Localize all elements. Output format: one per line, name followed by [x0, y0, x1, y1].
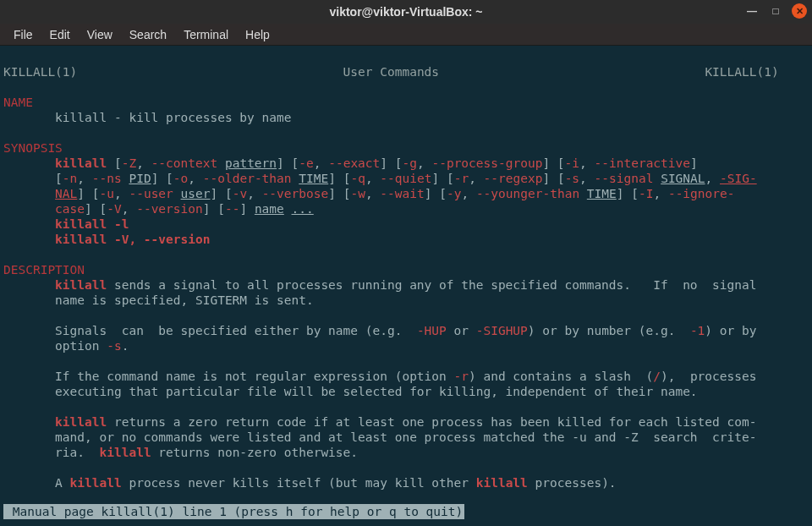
arg-time: TIME [299, 172, 328, 185]
opt-e: -e [299, 156, 313, 170]
opt-I: -I [639, 187, 653, 200]
section-name: NAME [3, 96, 33, 109]
desc-l3a: Signals can be specified either by name … [55, 324, 417, 337]
maximize-icon[interactable]: □ [768, 3, 783, 19]
arg-time2: TIME [587, 187, 617, 200]
desc-killall5: killall [476, 476, 528, 490]
opt-signal: --signal [595, 172, 654, 185]
desc-l6: executing that particular file will be s… [55, 385, 698, 398]
desc-killall2: killall [55, 415, 107, 429]
menu-view[interactable]: View [80, 26, 119, 43]
opt-ns: --ns [92, 172, 122, 185]
opt-user: --user [129, 187, 173, 200]
desc-killall3: killall [100, 446, 151, 459]
opt-pgroup: --process-group [431, 156, 542, 170]
opt-dd: -- [225, 202, 239, 216]
desc-neg1: -1 [690, 324, 705, 337]
man-header-right: KILLALL(1) [705, 65, 778, 79]
opt-g: -g [403, 156, 417, 170]
window-titlebar: viktor@viktor-VirtualBox: ~ — □ ✕ [0, 0, 812, 24]
opt-exact: --exact [328, 156, 380, 170]
desc-slash: / [653, 370, 661, 383]
man-header-spacer [77, 65, 343, 79]
desc-l3g: ) or by [705, 324, 756, 337]
opt-y: -y [447, 187, 461, 200]
arg-dots: ... [292, 202, 314, 216]
opt-s: -s [565, 172, 579, 185]
opt-regexp: --regexp [484, 172, 543, 185]
man-header-left: KILLALL(1) [3, 65, 77, 79]
section-description: DESCRIPTION [3, 263, 85, 277]
opt-Z: -Z [122, 156, 136, 170]
arg-sig2: -SIG- [720, 172, 757, 185]
opt-quiet: --quiet [380, 172, 431, 185]
desc-l1b: sends a signal to all processes running … [107, 278, 756, 292]
opt-u: -u [100, 187, 114, 200]
opt-r: -r [454, 172, 469, 185]
desc-ropt: -r [454, 370, 469, 383]
opt-case: case [55, 202, 85, 216]
opt-interactive: --interactive [595, 156, 691, 170]
opt-context: --context [151, 156, 218, 170]
desc-killall1: killall [55, 278, 107, 292]
opt-w: -w [350, 187, 365, 200]
man-header-spacer2 [439, 65, 705, 79]
man-header-center: User Commands [343, 65, 440, 79]
opt-V: -V [107, 202, 121, 216]
desc-l4c: . [122, 339, 129, 353]
terminal-viewport[interactable]: KILLALL(1) User Commands KILLALL(1) NAME… [0, 46, 812, 526]
arg-signal: SIGNAL [661, 172, 705, 185]
menu-help[interactable]: Help [239, 26, 277, 43]
syn-v: killall -V, --version [55, 233, 210, 246]
desc-l10a: A [55, 476, 69, 490]
desc-sopt: -s [107, 339, 121, 353]
window-title: viktor@viktor-VirtualBox: ~ [329, 5, 482, 19]
menu-edit[interactable]: Edit [43, 26, 77, 43]
menubar: File Edit View Search Terminal Help [0, 24, 812, 46]
desc-l3e: ) or by number (e.g. [528, 324, 690, 337]
arg-pattern: pattern [225, 156, 277, 170]
opt-younger: --younger-than [476, 187, 579, 200]
minimize-icon[interactable]: — [744, 3, 760, 19]
desc-l9a: ria. [55, 446, 99, 459]
desc-l7b: returns a zero return code if at least o… [107, 415, 756, 429]
close-icon[interactable]: ✕ [792, 3, 807, 19]
opt-icase: --ignore- [668, 187, 735, 200]
desc-l5a: If the command name is not regular expre… [55, 370, 453, 383]
pager-statusline: Manual page killall(1) line 1 (press h f… [3, 504, 464, 519]
arg-user: user [181, 187, 211, 200]
desc-l10c: process never kills itself (but may kill… [122, 476, 476, 490]
opt-n: -n [63, 172, 77, 185]
window-controls: — □ ✕ [744, 3, 807, 19]
menu-terminal[interactable]: Terminal [177, 26, 235, 43]
opt-older: --older-than [203, 172, 292, 185]
desc-hup: -HUP [417, 324, 447, 337]
section-synopsis: SYNOPSIS [3, 141, 63, 155]
desc-l5c: ) and contains a slash ( [469, 370, 653, 383]
desc-sighup: -SIGHUP [476, 324, 528, 337]
opt-o: -o [173, 172, 188, 185]
name-line: killall - kill processes by name [55, 111, 291, 124]
desc-l5e: ), processes [661, 370, 757, 383]
opt-v: -v [233, 187, 247, 200]
menu-search[interactable]: Search [123, 26, 173, 43]
desc-l9c: returns non-zero otherwise. [151, 446, 358, 459]
opt-version: --version [136, 202, 203, 216]
desc-l3c: or [447, 324, 476, 337]
desc-l10e: processes). [528, 476, 617, 490]
arg-nal: NAL [55, 187, 77, 200]
arg-name: name [255, 202, 284, 216]
opt-i: -i [565, 156, 579, 170]
opt-q: -q [350, 172, 365, 185]
arg-pid: PID [129, 172, 151, 185]
desc-killall4: killall [70, 476, 122, 490]
menu-file[interactable]: File [7, 26, 40, 43]
desc-l4a: option [55, 339, 107, 353]
opt-wait: --wait [380, 187, 424, 200]
desc-l2: name is specified, SIGTERM is sent. [55, 293, 314, 307]
opt-verbose: --verbose [262, 187, 329, 200]
syn-cmd: killall [55, 156, 107, 170]
syn-l: killall -l [55, 217, 129, 231]
desc-l8: mand, or no commands were listed and at … [55, 430, 756, 444]
